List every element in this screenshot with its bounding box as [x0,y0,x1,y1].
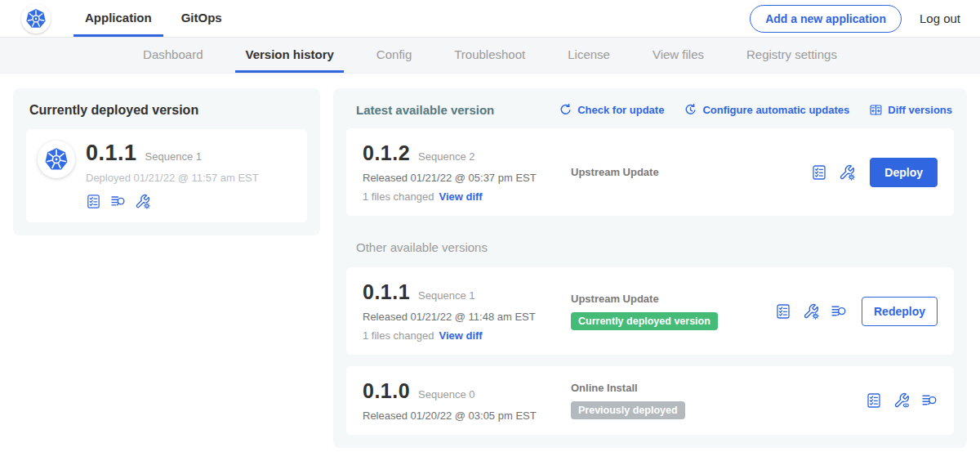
subnav-tab-config[interactable]: Config [367,38,421,73]
deployed-sequence: Sequence 1 [145,150,202,163]
auto-update-icon [684,103,697,117]
configure-automatic-updates-link[interactable]: Configure automatic updates [684,103,849,117]
version-row: 0.1.1 Sequence 1 Released 01/21/22 @ 11:… [346,267,954,355]
deploy-logs-icon[interactable] [110,194,126,209]
version-number: 0.1.1 [363,280,410,304]
app-icon-badge [38,141,75,178]
edit-config-icon[interactable] [803,303,819,320]
app-logo[interactable] [21,4,51,34]
diff-icon [869,103,883,117]
released-timestamp: Released 01/21/22 @ 05:37 pm EST [363,172,571,184]
subnav-tab-view-files[interactable]: View files [643,38,714,73]
kubernetes-logo-icon [44,147,69,172]
release-notes-icon[interactable] [775,303,791,320]
files-changed: 1 files changedView diff [363,190,571,203]
version-row: 0.1.0 Sequence 0 Released 01/20/22 @ 03:… [346,366,954,435]
release-notes-icon[interactable] [866,392,882,409]
version-info: 0.1.2 Sequence 2 Released 01/21/22 @ 05:… [363,141,571,203]
tab-gitops[interactable]: GitOps [170,0,234,37]
deployed-timestamp: Deployed 01/21/22 @ 11:57 am EST [86,172,259,184]
source-label: Online Install [571,382,638,394]
version-number: 0.1.2 [363,141,410,165]
currently-deployed-badge: Currently deployed version [571,312,718,330]
add-application-button[interactable]: Add a new application [750,5,902,33]
edit-config-icon[interactable] [135,194,150,209]
subnav-tab-license[interactable]: License [558,38,620,73]
other-versions-title: Other available versions [356,240,954,254]
header-actions: Add a new application Log out [750,0,980,37]
deploy-button[interactable]: Deploy [870,158,938,187]
deployed-version-info: 0.1.1 Sequence 1 Deployed 01/21/22 @ 11:… [86,141,259,209]
release-notes-icon[interactable] [86,194,101,209]
version-sequence: Sequence 1 [418,289,474,302]
logout-button[interactable]: Log out [920,11,960,25]
check-for-update-link[interactable]: Check for update [559,103,664,117]
version-sequence: Sequence 2 [418,150,474,163]
redeploy-button[interactable]: Redeploy [862,297,938,326]
version-sequence: Sequence 0 [418,388,474,401]
tab-application-label: Application [85,11,152,25]
released-timestamp: Released 01/21/22 @ 11:48 am EST [363,311,571,323]
version-number: 0.1.0 [363,379,410,403]
view-config-icon[interactable] [893,392,910,409]
subnav-tab-version-history[interactable]: Version history [235,38,343,73]
version-row: 0.1.2 Sequence 2 Released 01/21/22 @ 05:… [346,128,954,216]
edit-config-icon[interactable] [839,164,855,181]
subnav-tab-registry-settings[interactable]: Registry settings [737,38,847,73]
version-history-panel: Latest available version Check for updat… [333,88,967,448]
deployed-version-number: 0.1.1 [86,141,137,166]
subnav-tab-troubleshoot[interactable]: Troubleshoot [444,38,535,73]
version-info: 0.1.0 Sequence 0 Released 01/20/22 @ 03:… [363,379,571,422]
source-label: Upstream Update [571,166,659,178]
currently-deployed-panel: Currently deployed version 0.1.1 Sequenc… [13,88,320,235]
release-notes-icon[interactable] [811,164,827,181]
files-changed: 1 files changedView diff [363,329,571,342]
version-source: Online Install Previously deployed [571,382,856,419]
version-info: 0.1.1 Sequence 1 Released 01/21/22 @ 11:… [363,280,571,342]
refresh-icon [559,103,572,117]
top-nav: Application GitOps [74,0,234,37]
kubernetes-logo-icon [25,8,47,29]
previously-deployed-badge: Previously deployed [571,401,685,419]
diff-versions-link[interactable]: Diff versions [869,103,952,117]
deploy-logs-icon[interactable] [831,303,847,320]
released-timestamp: Released 01/20/22 @ 03:05 pm EST [363,410,571,422]
version-source: Upstream Update [571,166,801,178]
source-label: Upstream Update [571,293,659,305]
app-header: Application GitOps Add a new application… [0,0,980,38]
latest-available-title: Latest available version [356,103,494,117]
tab-gitops-label: GitOps [181,11,222,25]
subnav-tab-dashboard[interactable]: Dashboard [133,38,212,73]
main-content: Currently deployed version 0.1.1 Sequenc… [0,74,980,448]
deployed-version-card: 0.1.1 Sequence 1 Deployed 01/21/22 @ 11:… [26,129,307,222]
tab-application[interactable]: Application [74,0,163,37]
deployed-panel-title: Currently deployed version [29,103,307,118]
view-diff-link[interactable]: View diff [439,190,482,203]
view-diff-link[interactable]: View diff [439,329,482,342]
version-source: Upstream Update Currently deployed versi… [571,293,765,330]
app-subnav: Dashboard Version history Config Trouble… [0,38,980,74]
deploy-logs-icon[interactable] [921,392,938,409]
